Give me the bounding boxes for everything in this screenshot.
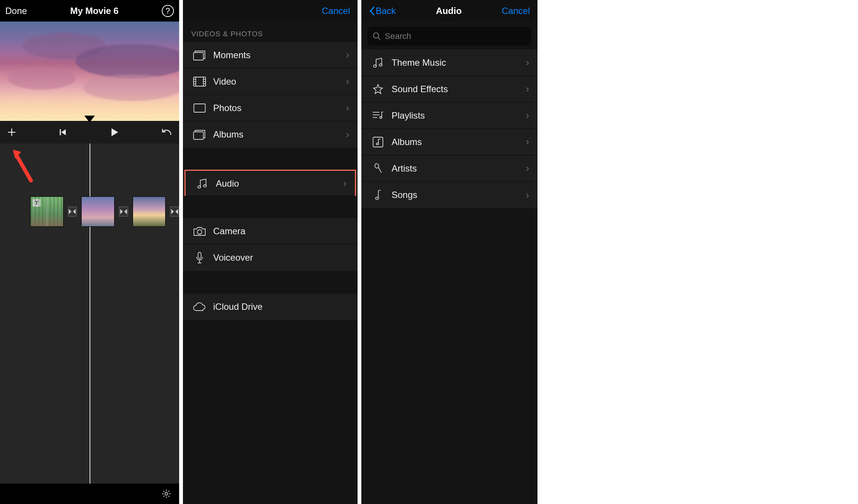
row-sound-effects[interactable]: Sound Effects ›: [361, 76, 537, 102]
albums-icon: [191, 129, 208, 140]
done-button[interactable]: Done: [5, 6, 27, 16]
skip-start-button[interactable]: [58, 128, 67, 137]
audio-title: Audio: [436, 6, 462, 16]
settings-button[interactable]: [161, 489, 172, 499]
row-label: Sound Effects: [386, 84, 526, 94]
chevron-right-icon: ›: [526, 110, 529, 121]
project-title: My Movie 6: [70, 6, 119, 16]
row-label: Audio: [211, 178, 343, 189]
chevron-right-icon: ›: [526, 83, 529, 95]
row-video[interactable]: Video ›: [183, 68, 358, 95]
row-artists[interactable]: Artists ›: [361, 155, 537, 182]
chevron-right-icon: ›: [346, 76, 349, 87]
search-field[interactable]: [367, 27, 531, 46]
media-list: Moments › Video › Photos › Albums ›: [183, 42, 358, 148]
row-songs[interactable]: Songs ›: [361, 182, 537, 208]
sound-effects-icon: [370, 83, 386, 95]
clip-row: T: [0, 196, 179, 227]
search-icon: [373, 32, 381, 40]
svg-rect-2: [60, 129, 61, 135]
album-icon: [370, 136, 386, 148]
media-picker-panel: Cancel Videos & Photos Moments › Video ›…: [183, 0, 358, 504]
svg-rect-4: [194, 53, 203, 60]
row-label: iCloud Drive: [208, 301, 349, 312]
row-moments[interactable]: Moments ›: [183, 42, 358, 68]
row-albums[interactable]: Albums ›: [183, 121, 358, 148]
row-albums[interactable]: Albums ›: [361, 129, 537, 155]
playhead-marker-icon: [84, 116, 95, 122]
svg-line-33: [378, 167, 381, 173]
row-voiceover[interactable]: Voiceover: [183, 244, 358, 271]
back-button[interactable]: Back: [369, 6, 396, 16]
annotation-arrow-icon: [13, 150, 36, 184]
camera-icon: [191, 226, 208, 236]
video-preview[interactable]: [0, 22, 179, 121]
svg-point-31: [376, 143, 379, 145]
svg-rect-14: [194, 104, 205, 112]
timeline-clip[interactable]: [133, 196, 166, 227]
row-label: Camera: [208, 226, 349, 237]
artists-icon: [370, 163, 386, 174]
row-label: Albums: [208, 129, 346, 140]
section-header-videos-photos: Videos & Photos: [183, 22, 358, 42]
chevron-right-icon: ›: [526, 57, 529, 68]
svg-line-23: [378, 37, 380, 40]
svg-point-29: [380, 116, 382, 118]
search-input[interactable]: [385, 31, 526, 41]
row-label: Moments: [208, 50, 346, 60]
timeline-clip[interactable]: T: [30, 196, 63, 227]
chevron-right-icon: ›: [343, 178, 347, 189]
chevron-right-icon: ›: [526, 189, 529, 201]
undo-button[interactable]: [161, 128, 172, 137]
audio-icon: [194, 178, 211, 189]
microphone-icon: [191, 252, 208, 264]
help-icon[interactable]: ?: [162, 5, 174, 17]
transport-controls: [0, 121, 179, 144]
svg-point-22: [373, 33, 379, 38]
chevron-right-icon: ›: [346, 49, 349, 61]
row-label: Albums: [386, 137, 526, 147]
title-badge: T: [33, 199, 40, 207]
add-media-button[interactable]: [7, 127, 17, 137]
svg-point-3: [165, 492, 167, 495]
play-button[interactable]: [109, 127, 119, 138]
chevron-right-icon: ›: [346, 129, 349, 141]
row-playlists[interactable]: Playlists ›: [361, 102, 537, 129]
row-label: Artists: [386, 163, 526, 174]
timeline-clip[interactable]: [81, 196, 115, 227]
cancel-button[interactable]: Cancel: [502, 6, 530, 16]
transition-button[interactable]: [170, 207, 179, 216]
media-picker-top-bar: Cancel: [183, 0, 358, 22]
audio-panel: Back Audio Cancel Theme Music › Sound Ef…: [361, 0, 537, 504]
row-theme-music[interactable]: Theme Music ›: [361, 49, 537, 76]
svg-rect-19: [198, 252, 201, 258]
chevron-right-icon: ›: [526, 162, 529, 174]
songs-icon: [370, 189, 386, 201]
icloud-icon: [191, 302, 208, 311]
editor-panel: Done My Movie 6 ?: [0, 0, 179, 504]
audio-category-list: Theme Music › Sound Effects › Playlists …: [361, 49, 537, 208]
playlists-icon: [370, 111, 386, 121]
video-icon: [191, 77, 208, 87]
row-audio[interactable]: Audio ›: [184, 170, 356, 196]
audio-list-group: Audio ›: [183, 170, 358, 195]
row-camera[interactable]: Camera: [183, 218, 358, 244]
theme-music-icon: [370, 57, 386, 68]
back-label: Back: [376, 6, 396, 16]
row-label: Theme Music: [386, 57, 526, 68]
cancel-button[interactable]: Cancel: [322, 6, 350, 16]
svg-rect-15: [194, 132, 203, 139]
transition-button[interactable]: [68, 207, 77, 216]
row-label: Photos: [208, 103, 346, 113]
timeline[interactable]: T: [0, 144, 179, 484]
row-photos[interactable]: Photos ›: [183, 95, 358, 121]
icloud-list-group: iCloud Drive: [183, 294, 358, 320]
row-label: Voiceover: [208, 252, 349, 263]
photos-icon: [191, 104, 208, 113]
svg-rect-30: [373, 137, 383, 147]
transition-button[interactable]: [119, 207, 128, 216]
editor-top-bar: Done My Movie 6 ?: [0, 0, 179, 22]
search-wrap: [361, 22, 537, 49]
chevron-right-icon: ›: [346, 102, 349, 114]
row-icloud-drive[interactable]: iCloud Drive: [183, 294, 358, 320]
